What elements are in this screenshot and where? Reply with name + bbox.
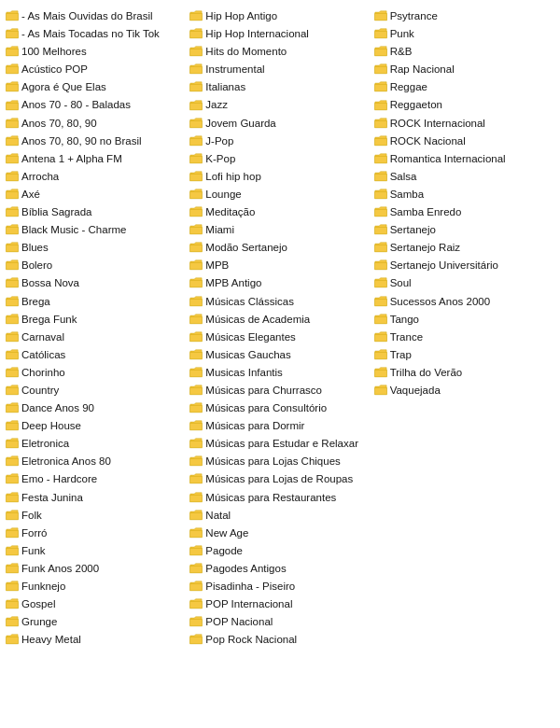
list-item[interactable]: Sertanejo Universitário bbox=[372, 257, 556, 273]
list-item[interactable]: Anos 70, 80, 90 no Brasil bbox=[4, 133, 188, 149]
list-item[interactable]: Músicas para Lojas Chiques bbox=[188, 453, 371, 469]
list-item[interactable]: Festa Junina bbox=[4, 489, 188, 506]
list-item[interactable]: Pisadinha - Piseiro bbox=[188, 578, 371, 595]
list-item[interactable]: Trap bbox=[372, 346, 556, 363]
list-item[interactable]: POP Nacional bbox=[188, 613, 371, 630]
list-item[interactable]: Axé bbox=[4, 186, 188, 203]
list-item[interactable]: Reggaeton bbox=[372, 96, 556, 113]
list-item[interactable]: Músicas para Consultório bbox=[188, 399, 371, 416]
list-item[interactable]: Natal bbox=[188, 507, 371, 524]
list-item[interactable]: Psytrance bbox=[372, 7, 556, 24]
list-item[interactable]: Rap Nacional bbox=[372, 61, 556, 77]
list-item[interactable]: Modão Sertanejo bbox=[188, 239, 371, 256]
list-item[interactable]: Instrumental bbox=[188, 61, 371, 77]
list-item[interactable]: Eletronica Anos 80 bbox=[4, 453, 188, 469]
list-item[interactable]: Católicas bbox=[4, 346, 188, 363]
list-item[interactable]: Eletronica bbox=[4, 435, 188, 452]
list-item[interactable]: Músicas Clássicas bbox=[188, 293, 371, 310]
list-item[interactable]: Músicas Elegantes bbox=[188, 329, 371, 345]
list-item[interactable]: Carnaval bbox=[4, 329, 188, 345]
list-item[interactable]: Brega Funk bbox=[4, 311, 188, 328]
list-item[interactable]: Hip Hop Internacional bbox=[188, 25, 371, 42]
list-item[interactable]: Jazz bbox=[188, 96, 371, 113]
list-item[interactable]: Chorinho bbox=[4, 364, 188, 381]
list-item[interactable]: - As Mais Ouvidas do Brasil bbox=[4, 7, 188, 24]
list-item[interactable]: Lounge bbox=[188, 186, 371, 203]
list-item[interactable]: Sucessos Anos 2000 bbox=[372, 293, 556, 310]
list-item[interactable]: Salsa bbox=[372, 168, 556, 185]
list-item[interactable]: Sertanejo Raiz bbox=[372, 239, 556, 256]
list-item[interactable]: Acústico POP bbox=[4, 61, 188, 77]
list-item[interactable]: Músicas para Lojas de Roupas bbox=[188, 470, 371, 487]
folder-icon bbox=[189, 420, 203, 431]
list-item[interactable]: Pagodes Antigos bbox=[188, 560, 371, 577]
list-item[interactable]: MPB bbox=[188, 257, 371, 273]
list-item[interactable]: Vaquejada bbox=[372, 382, 556, 399]
list-item[interactable]: Samba bbox=[372, 186, 556, 203]
list-item[interactable]: Meditação bbox=[188, 203, 371, 220]
list-item[interactable]: Italianas bbox=[188, 78, 371, 95]
list-item[interactable]: Sertanejo bbox=[372, 221, 556, 238]
list-item[interactable]: Emo - Hardcore bbox=[4, 470, 188, 487]
folder-icon bbox=[189, 46, 203, 57]
list-item[interactable]: Funk Anos 2000 bbox=[4, 560, 188, 577]
list-item[interactable]: Black Music - Charme bbox=[4, 221, 188, 238]
list-item[interactable]: Forró bbox=[4, 525, 188, 541]
folder-label: Músicas para Estudar e Relaxar bbox=[205, 436, 358, 451]
list-item[interactable]: MPB Antigo bbox=[188, 274, 371, 291]
list-item[interactable]: Trance bbox=[372, 329, 556, 345]
list-item[interactable]: Tango bbox=[372, 311, 556, 328]
list-item[interactable]: Soul bbox=[372, 274, 556, 291]
list-item[interactable]: Arrocha bbox=[4, 168, 188, 185]
list-item[interactable]: Jovem Guarda bbox=[188, 115, 371, 132]
list-item[interactable]: J-Pop bbox=[188, 133, 371, 149]
list-item[interactable]: Músicas para Churrasco bbox=[188, 382, 371, 399]
list-item[interactable]: Musicas Infantis bbox=[188, 364, 371, 381]
list-item[interactable]: Brega bbox=[4, 293, 188, 310]
list-item[interactable]: Folk bbox=[4, 507, 188, 524]
list-item[interactable]: Músicas para Estudar e Relaxar bbox=[188, 435, 371, 452]
list-item[interactable]: Gospel bbox=[4, 595, 188, 612]
list-item[interactable]: Punk bbox=[372, 25, 556, 42]
list-item[interactable]: Músicas para Dormir bbox=[188, 417, 371, 434]
list-item[interactable]: Funk bbox=[4, 542, 188, 559]
list-item[interactable]: Samba Enredo bbox=[372, 203, 556, 220]
list-item[interactable]: Anos 70 - 80 - Baladas bbox=[4, 96, 188, 113]
list-item[interactable]: K-Pop bbox=[188, 150, 371, 167]
list-item[interactable]: Funknejo bbox=[4, 578, 188, 595]
list-item[interactable]: Bolero bbox=[4, 257, 188, 273]
list-item[interactable]: Lofi hip hop bbox=[188, 168, 371, 185]
list-item[interactable]: Deep House bbox=[4, 417, 188, 434]
list-item[interactable]: Miami bbox=[188, 221, 371, 238]
folder-icon bbox=[189, 349, 203, 360]
list-item[interactable]: Agora é Que Elas bbox=[4, 78, 188, 95]
list-item[interactable]: Músicas para Restaurantes bbox=[188, 489, 371, 506]
list-item[interactable]: Bíblia Sagrada bbox=[4, 203, 188, 220]
list-item[interactable]: Trilha do Verão bbox=[372, 364, 556, 381]
list-item[interactable]: - As Mais Tocadas no Tik Tok bbox=[4, 25, 188, 42]
list-item[interactable]: Hits do Momento bbox=[188, 43, 371, 60]
list-item[interactable]: POP Internacional bbox=[188, 595, 371, 612]
list-item[interactable]: ROCK Nacional bbox=[372, 133, 556, 149]
list-item[interactable]: Bossa Nova bbox=[4, 274, 188, 291]
list-item[interactable]: Anos 70, 80, 90 bbox=[4, 115, 188, 132]
folder-icon bbox=[6, 349, 19, 360]
list-item[interactable]: ROCK Internacional bbox=[372, 115, 556, 132]
folder-icon bbox=[374, 135, 387, 147]
list-item[interactable]: New Age bbox=[188, 525, 371, 541]
list-item[interactable]: Músicas de Academia bbox=[188, 311, 371, 328]
list-item[interactable]: Hip Hop Antigo bbox=[188, 7, 371, 24]
list-item[interactable]: Reggae bbox=[372, 78, 556, 95]
list-item[interactable]: Pop Rock Nacional bbox=[188, 631, 371, 648]
list-item[interactable]: R&B bbox=[372, 43, 556, 60]
list-item[interactable]: Pagode bbox=[188, 542, 371, 559]
list-item[interactable]: Musicas Gauchas bbox=[188, 346, 371, 363]
list-item[interactable]: Grunge bbox=[4, 613, 188, 630]
list-item[interactable]: Heavy Metal bbox=[4, 631, 188, 648]
list-item[interactable]: 100 Melhores bbox=[4, 43, 188, 60]
list-item[interactable]: Blues bbox=[4, 239, 188, 256]
list-item[interactable]: Country bbox=[4, 382, 188, 399]
list-item[interactable]: Romantica Internacional bbox=[372, 150, 556, 167]
list-item[interactable]: Antena 1 + Alpha FM bbox=[4, 150, 188, 167]
list-item[interactable]: Dance Anos 90 bbox=[4, 399, 188, 416]
